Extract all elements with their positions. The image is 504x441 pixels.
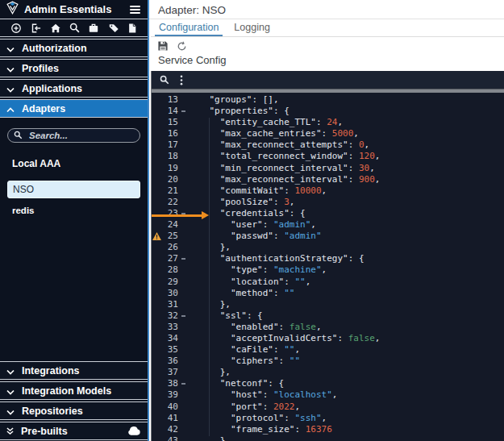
code-lines: 13 "groups": [],14 "properties": {15 "en… <box>152 94 504 441</box>
adapter-item-redis[interactable]: redis <box>7 203 140 218</box>
section-label: Authorization <box>22 43 87 54</box>
tab-configuration[interactable]: Configuration <box>155 19 223 36</box>
gutter-spacer <box>152 197 162 208</box>
logout-icon[interactable] <box>30 23 41 34</box>
gutter-spacer <box>152 185 162 197</box>
code-line: 14 "properties": { <box>152 106 504 117</box>
code-line: 28 "type": "machine", <box>152 264 504 276</box>
code-text: "total_reconnect_window": 120, <box>188 151 504 162</box>
code-line: 39 "host": "localhost", <box>152 389 504 401</box>
code-area[interactable]: 13 "groups": [],14 "properties": {15 "en… <box>152 93 504 441</box>
tag-icon[interactable] <box>108 23 119 34</box>
briefcase-icon[interactable] <box>88 23 99 33</box>
sidebar-section-authorization[interactable]: Authorization <box>0 39 148 57</box>
sidebar-section-profiles[interactable]: Profiles <box>0 59 148 77</box>
fold-spacer <box>178 389 188 401</box>
sidebar-header: Admin Essentials <box>0 0 148 19</box>
fold-spacer <box>178 264 188 276</box>
code-text: "ssl": { <box>188 310 504 322</box>
adapter-search-input[interactable] <box>27 130 134 141</box>
fold-marker-icon[interactable] <box>178 253 188 264</box>
adapter-search[interactable] <box>7 128 140 143</box>
fold-spacer <box>178 424 188 435</box>
warning-icon <box>152 231 162 242</box>
fold-spacer <box>178 94 188 106</box>
sidebar-section-applications[interactable]: Applications <box>0 79 148 98</box>
adapter-item-nso[interactable]: NSO <box>7 181 140 198</box>
file-icon[interactable] <box>127 23 137 34</box>
gutter-spacer <box>152 401 162 413</box>
app-title: Admin Essentials <box>24 3 123 15</box>
code-text: "method": "" <box>188 288 504 299</box>
code-text: "max_cache_entries": 5000, <box>188 128 504 139</box>
section-label: Adapters <box>22 103 65 114</box>
gutter-spacer <box>152 151 162 162</box>
code-line: 27 "authenticationStrategy": { <box>152 253 504 264</box>
chevron-down-icon <box>6 81 15 96</box>
gutter-spacer <box>152 413 162 424</box>
code-text: "enabled": false, <box>188 322 504 333</box>
fold-spacer <box>178 356 188 367</box>
fold-spacer <box>178 435 188 441</box>
code-text: "host": "localhost", <box>188 389 504 401</box>
line-number: 36 <box>162 356 178 367</box>
kebab-menu-icon[interactable] <box>180 75 183 85</box>
code-line: 19 "min_reconnect_interval": 30, <box>152 163 504 174</box>
code-line: 17 "max_reconnect_attempts": 0, <box>152 139 504 151</box>
gutter-spacer <box>152 435 162 441</box>
adapter-item-local-aaa[interactable]: Local AAA <box>7 156 140 172</box>
fold-marker-icon[interactable] <box>178 208 188 219</box>
gutter-spacer <box>152 344 162 356</box>
refresh-icon[interactable] <box>177 41 187 52</box>
section-label: Integrations <box>22 365 80 377</box>
sidebar-section-repositories[interactable]: Repositories <box>0 401 148 420</box>
tab-logging[interactable]: Logging <box>230 19 274 36</box>
line-number: 15 <box>162 117 178 128</box>
fold-marker-icon[interactable] <box>178 310 188 322</box>
code-text: "commitWait": 10000, <box>188 185 504 197</box>
cloud-icon <box>127 424 141 439</box>
gutter-spacer <box>152 424 162 435</box>
code-text: } <box>188 435 504 441</box>
search-icon[interactable] <box>69 23 80 33</box>
line-number: 34 <box>162 333 178 344</box>
code-text: "location": "", <box>188 277 504 288</box>
sidebar-section-adapters[interactable]: Adapters <box>0 99 148 118</box>
plus-circle-icon[interactable] <box>10 23 22 34</box>
gutter-spacer <box>152 106 162 117</box>
line-number: 39 <box>162 389 178 401</box>
code-line: 15 "entity_cache_TTL": 24, <box>152 117 504 128</box>
gutter-spacer <box>152 310 162 322</box>
fold-spacer <box>178 139 188 151</box>
gutter-spacer <box>152 128 162 139</box>
fold-marker-icon[interactable] <box>178 378 188 389</box>
adapters-panel: Local AAANSOredis <box>0 118 148 360</box>
gutter-spacer <box>152 264 162 276</box>
editor-search-icon[interactable] <box>160 75 169 85</box>
code-text: "properties": { <box>188 106 504 117</box>
code-line: 41 "protocol": "ssh", <box>152 413 504 424</box>
line-number: 35 <box>162 344 178 356</box>
code-text: "port": 2022, <box>188 401 504 413</box>
section-label: Profiles <box>22 63 59 74</box>
gutter-spacer <box>152 163 162 174</box>
fold-marker-icon[interactable] <box>178 106 188 117</box>
code-text: "user": "admin", <box>188 219 504 231</box>
code-line: 40 "port": 2022, <box>152 401 504 413</box>
menu-icon[interactable] <box>128 4 142 15</box>
sidebar-section-pre-builts[interactable]: Pre-builts <box>0 422 148 440</box>
code-line: 38 "netconf": { <box>152 378 504 389</box>
app-window: Admin Essentials AuthorizationProfilesAp… <box>0 0 504 441</box>
fold-spacer <box>178 413 188 424</box>
home-icon[interactable] <box>50 23 61 34</box>
app-logo-icon <box>6 1 19 18</box>
gutter-spacer <box>152 94 162 106</box>
line-number: 17 <box>162 139 178 151</box>
save-icon[interactable] <box>157 40 169 52</box>
sidebar-section-integration-models[interactable]: Integration Models <box>0 381 148 400</box>
line-number: 31 <box>162 299 178 310</box>
fold-spacer <box>178 401 188 413</box>
double-chevron-down-icon <box>6 424 14 439</box>
code-line: 13 "groups": [], <box>152 94 504 106</box>
sidebar-section-integrations[interactable]: Integrations <box>0 361 148 380</box>
